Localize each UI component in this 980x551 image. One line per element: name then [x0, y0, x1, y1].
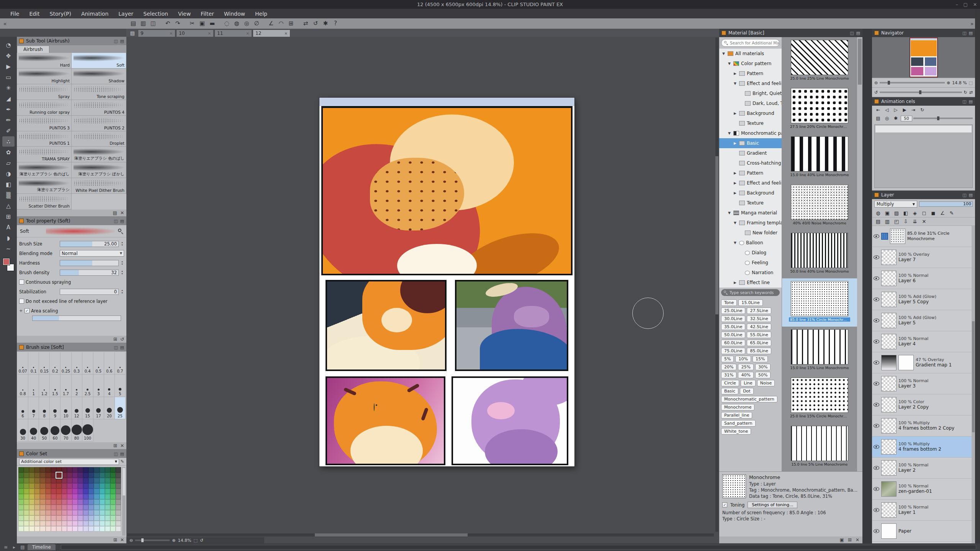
brush-size-0-15[interactable]: 0.15 [39, 352, 50, 374]
brush-size-5[interactable]: 5 [115, 374, 126, 397]
checkbox-continuous-spraying[interactable] [19, 280, 24, 284]
expand-arrow-icon[interactable]: ▶ [733, 141, 737, 145]
color-swatch[interactable] [29, 483, 34, 489]
eraser-tool[interactable]: ▱ [2, 158, 15, 168]
color-swatch[interactable] [94, 510, 99, 515]
color-swatch[interactable] [40, 526, 45, 531]
delete-layer-icon[interactable]: ✕ [920, 218, 928, 225]
document-tab-9[interactable]: 9✕ [138, 29, 175, 37]
layer-row-layer-6[interactable]: 100 % NormalLayer 6 [872, 268, 975, 289]
color-swatch[interactable] [110, 510, 116, 515]
color-swatch[interactable] [46, 505, 51, 510]
color-swatch[interactable] [24, 510, 29, 515]
color-swatch[interactable] [67, 505, 72, 510]
panel-menu-icon[interactable]: ▤ [120, 345, 124, 350]
material-item-25-0-line-25-line-monochrome[interactable]: 25.0 line 25% Line Monochrome [782, 37, 857, 85]
auto-select-tool[interactable]: ✳ [2, 83, 15, 93]
collapse-arrow-icon[interactable]: ▼ [727, 211, 731, 215]
color-swatch[interactable] [29, 494, 34, 499]
color-swatch[interactable] [105, 521, 110, 526]
tree-item-dialog[interactable]: Dialog [719, 248, 782, 258]
brush-size-0-7[interactable]: 0.7 [115, 352, 126, 374]
color-swatch[interactable] [72, 505, 78, 510]
tag-10[interactable]: 10% [735, 356, 751, 362]
paste-icon[interactable]: ▬ [208, 20, 217, 28]
subtool-tone-scraping[interactable]: Tone scraping [72, 84, 126, 100]
tag-parallel-line[interactable]: Parallel_line [721, 412, 752, 419]
delete-subtool-icon[interactable]: ✕ [120, 210, 124, 216]
register-settings-icon[interactable]: ⊞ [113, 337, 117, 342]
add-color-icon[interactable]: ⊞ [113, 537, 117, 543]
selection-tool[interactable]: ▭ [2, 72, 15, 82]
brush-size-0-2[interactable]: 0.2 [50, 352, 61, 374]
menu-window[interactable]: Window [219, 9, 250, 18]
color-swatch[interactable] [34, 521, 40, 526]
layer-row-gradient-map-1[interactable]: 47 % OverlayGradient map 1 [872, 352, 975, 373]
panel-dock-icon[interactable]: ◫ [114, 39, 118, 44]
color-swatch[interactable] [105, 515, 110, 521]
color-swatch[interactable] [24, 467, 29, 473]
color-swatch[interactable] [83, 510, 88, 515]
tab-close-icon[interactable]: ✕ [170, 31, 173, 36]
color-swatch[interactable] [34, 494, 40, 499]
visibility-eye-icon[interactable] [874, 382, 879, 386]
subtool-scatter-dither-brush[interactable]: Scatter Dither Brush [17, 194, 72, 209]
loop-icon[interactable]: ↻ [918, 106, 926, 113]
color-swatch[interactable] [62, 510, 67, 515]
subtool-running-color-spray[interactable]: Running color spray [17, 100, 72, 116]
brush-size-slider[interactable]: 25.00 [60, 241, 119, 247]
color-swatch[interactable] [67, 483, 72, 489]
color-swatch[interactable] [46, 483, 51, 489]
canvas-vertical-scrollbar[interactable] [715, 38, 718, 532]
brush-size-0-3[interactable]: 0.3 [72, 352, 82, 374]
document-tab-11[interactable]: 11✕ [214, 29, 252, 37]
canvas-page[interactable] [319, 98, 574, 466]
tag-sand-pattern[interactable]: Sand_pattern [721, 420, 756, 427]
layer-row-85-0-line-31-circle-monochrome[interactable]: 85.0 line 31% Circle Monochrome [872, 226, 975, 247]
animation-cel-list[interactable] [874, 124, 973, 188]
tag-20[interactable]: 20% [721, 364, 736, 370]
tag-85-0line[interactable]: 85.0Line [747, 348, 771, 354]
rotate-right-icon[interactable]: ↻ [964, 90, 967, 95]
color-swatch[interactable] [67, 521, 72, 526]
brush-size-8[interactable]: 8 [39, 397, 50, 419]
brush-size-2-5[interactable]: 2.5 [82, 374, 93, 397]
tag-15[interactable]: 15% [753, 356, 768, 362]
color-swatch[interactable] [56, 489, 62, 494]
color-swatch[interactable] [67, 515, 72, 521]
clip-to-layer-below-icon[interactable]: ◧ [901, 209, 910, 217]
layer-row-layer-3[interactable]: 100 % NormalLayer 3 [872, 373, 975, 394]
tag-32-5line[interactable]: 32.5Line [747, 316, 771, 322]
tag-15-0line[interactable]: 15.0Line [738, 299, 762, 306]
color-swatch[interactable] [18, 473, 24, 478]
layer-row-layer-1[interactable]: 100 % NormalLayer 1 [872, 500, 975, 521]
tag-25[interactable]: 25% [738, 364, 753, 370]
brush-size-30[interactable]: 30 [18, 419, 28, 441]
expand-arrow-icon[interactable]: ▶ [733, 181, 737, 185]
animation-slider[interactable] [913, 118, 973, 119]
color-swatch[interactable] [94, 521, 99, 526]
color-swatch[interactable] [24, 515, 29, 521]
material-item-25-0-line-15-circle-monochrome[interactable]: 25.0 line 15% Circle Monochrome [782, 375, 857, 423]
color-swatch[interactable] [40, 505, 45, 510]
color-swatch[interactable] [78, 489, 83, 494]
color-swatch[interactable] [88, 510, 94, 515]
go-first-frame-icon[interactable]: ⇤ [874, 106, 882, 113]
color-swatch[interactable] [83, 526, 88, 531]
color-swatch[interactable] [94, 478, 99, 483]
expand-arrow-icon[interactable]: ▶ [733, 171, 737, 175]
layer-row-layer-5[interactable]: 100 % Add (Glow)Layer 5 [872, 310, 975, 331]
color-swatch[interactable] [72, 467, 78, 473]
color-swatch[interactable] [18, 510, 24, 515]
color-swatch[interactable] [34, 473, 40, 478]
checkbox-area-scaling[interactable]: ✓ [25, 308, 29, 313]
color-swatch[interactable] [51, 526, 56, 531]
color-swatch[interactable] [29, 473, 34, 478]
color-swatch[interactable] [24, 483, 29, 489]
color-swatch[interactable] [88, 467, 94, 473]
stabilization-slider[interactable]: 0 [60, 289, 119, 295]
color-swatch[interactable] [56, 521, 62, 526]
visibility-eye-icon[interactable] [874, 255, 879, 259]
set-as-reference-layer-icon[interactable]: ◈ [911, 209, 919, 217]
color-swatch[interactable] [34, 515, 40, 521]
